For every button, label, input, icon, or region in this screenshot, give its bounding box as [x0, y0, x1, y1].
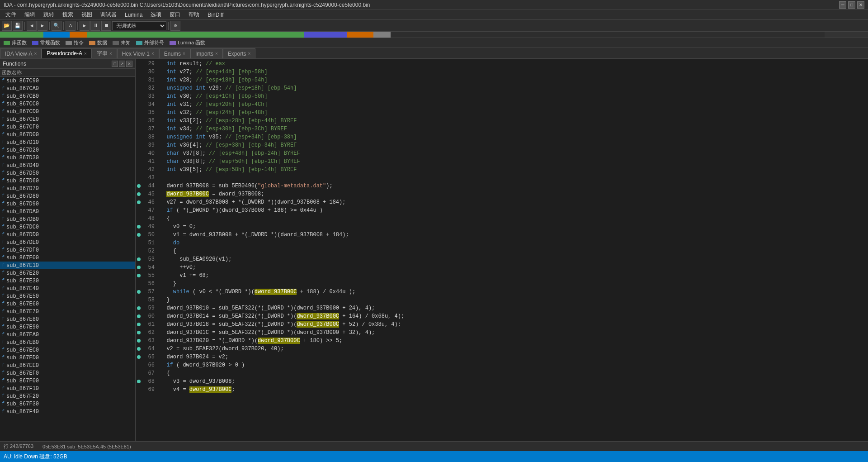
- tab-close-btn[interactable]: ×: [34, 51, 37, 56]
- functions-list-item[interactable]: fsub_867E80: [0, 315, 135, 323]
- functions-list-item[interactable]: fsub_867EC0: [0, 346, 135, 354]
- tab-close-btn[interactable]: ×: [215, 51, 218, 56]
- code-line[interactable]: 29 int result; // eax: [136, 60, 868, 68]
- menu-item-bindiff[interactable]: BinDiff: [204, 11, 227, 19]
- code-line[interactable]: 59 dword_937B010 = sub_5EAF322(*(_DWORD …: [136, 304, 868, 312]
- functions-list-item[interactable]: fsub_867D40: [0, 162, 135, 169]
- code-line[interactable]: 47 if ( *(_DWORD *)(dword_937B008 + 188)…: [136, 206, 868, 214]
- code-line[interactable]: 36 int v33[2]; // [esp+28h] [ebp-44h] BY…: [136, 117, 868, 125]
- tab-hex-view-1[interactable]: Hex View-1×: [117, 48, 159, 58]
- toolbar-a-btn[interactable]: A: [66, 21, 75, 31]
- tab-imports[interactable]: Imports×: [190, 48, 223, 58]
- tab-close-btn[interactable]: ×: [84, 51, 87, 56]
- functions-list-item[interactable]: fsub_867F10: [0, 385, 135, 392]
- functions-close-btn[interactable]: ✕: [126, 61, 132, 67]
- functions-list-item[interactable]: fsub_867D20: [0, 146, 135, 154]
- code-line[interactable]: 38 unsigned int v35; // [esp+34h] [ebp-3…: [136, 133, 868, 141]
- functions-list-item[interactable]: fsub_867DB0: [0, 215, 135, 223]
- code-line[interactable]: 45 dword_937B00C = dword_937B008;: [136, 190, 868, 198]
- functions-list[interactable]: fsub_867C90fsub_867CA0fsub_867CB0fsub_86…: [0, 77, 135, 441]
- toolbar-fwd-btn[interactable]: ▶: [38, 21, 47, 31]
- toolbar-back-btn[interactable]: ◀: [27, 21, 37, 31]
- functions-restore-btn[interactable]: □: [112, 61, 118, 67]
- code-line[interactable]: 31 int v28; // [esp+18h] [ebp-54h]: [136, 76, 868, 84]
- functions-list-item[interactable]: fsub_867CF0: [0, 123, 135, 131]
- code-line[interactable]: 37 int v34; // [esp+30h] [ebp-3Ch] BYREF: [136, 125, 868, 133]
- functions-list-item[interactable]: fsub_867EE0: [0, 362, 135, 369]
- functions-float-btn[interactable]: ↗: [119, 61, 125, 67]
- code-line[interactable]: 30 int v27; // [esp+14h] [ebp-58h]: [136, 68, 868, 76]
- tab-pseudocode-a[interactable]: Pseudocode-A×: [42, 48, 92, 58]
- functions-list-item[interactable]: fsub_867D10: [0, 138, 135, 146]
- code-line[interactable]: 64 v2 = sub_5EAF322(dword_937B020, 40);: [136, 345, 868, 353]
- functions-list-item[interactable]: fsub_867D60: [0, 177, 135, 185]
- code-line[interactable]: 65 dword_937B024 = v2;: [136, 353, 868, 361]
- toolbar-open-btn[interactable]: 📂: [2, 21, 12, 31]
- functions-list-item[interactable]: fsub_867F20: [0, 392, 135, 400]
- functions-list-item[interactable]: fsub_867CB0: [0, 92, 135, 100]
- close-button[interactable]: ✕: [857, 1, 864, 9]
- functions-list-item[interactable]: fsub_867CA0: [0, 85, 135, 92]
- functions-list-item[interactable]: fsub_867E90: [0, 323, 135, 331]
- functions-list-item[interactable]: fsub_867D80: [0, 192, 135, 200]
- functions-list-item[interactable]: fsub_867DE0: [0, 238, 135, 246]
- functions-list-item[interactable]: fsub_867E40: [0, 285, 135, 292]
- code-line[interactable]: 46 v27 = dword_937B008 + *(_DWORD *)(dwo…: [136, 198, 868, 206]
- toolbar-stop-btn[interactable]: ⏹: [101, 21, 111, 31]
- code-line[interactable]: 56 }: [136, 280, 868, 288]
- code-line[interactable]: 41 char v38[8]; // [esp+50h] [ebp-1Ch] B…: [136, 157, 868, 166]
- tab-close-btn[interactable]: ×: [248, 51, 250, 56]
- menu-item-窗口[interactable]: 窗口: [166, 10, 184, 19]
- functions-list-item[interactable]: fsub_867DA0: [0, 208, 135, 215]
- code-line[interactable]: 58 }: [136, 296, 868, 304]
- functions-list-item[interactable]: fsub_867E10: [0, 262, 135, 269]
- tab-exports[interactable]: Exports×: [223, 48, 256, 58]
- functions-list-item[interactable]: fsub_867D30: [0, 154, 135, 162]
- tab-close-btn[interactable]: ×: [151, 51, 154, 56]
- functions-list-item[interactable]: fsub_867CD0: [0, 108, 135, 115]
- menu-item-文件[interactable]: 文件: [2, 10, 20, 19]
- functions-list-item[interactable]: fsub_867E20: [0, 269, 135, 277]
- toolbar-search-btn[interactable]: 🔍: [52, 21, 61, 31]
- code-line[interactable]: 32 unsigned int v29; // [esp+18h] [ebp-5…: [136, 84, 868, 92]
- maximize-button[interactable]: □: [848, 1, 855, 9]
- functions-list-item[interactable]: fsub_867F40: [0, 408, 135, 415]
- functions-list-item[interactable]: fsub_867D90: [0, 200, 135, 208]
- functions-list-item[interactable]: fsub_867D70: [0, 185, 135, 192]
- code-line[interactable]: 57 while ( v0 < *(_DWORD *)(dword_937B00…: [136, 288, 868, 296]
- code-line[interactable]: 49 v0 = 0;: [136, 223, 868, 231]
- minimize-button[interactable]: ─: [839, 1, 846, 9]
- toolbar-settings-btn[interactable]: ⚙: [170, 21, 180, 31]
- functions-list-item[interactable]: fsub_867ED0: [0, 354, 135, 362]
- functions-list-item[interactable]: fsub_867F30: [0, 400, 135, 408]
- functions-list-item[interactable]: fsub_867E60: [0, 300, 135, 308]
- menu-item-调试器[interactable]: 调试器: [97, 10, 120, 19]
- menu-item-lumina[interactable]: Lumina: [121, 11, 146, 19]
- code-line[interactable]: 63 dword_937B020 = *(_DWORD *)(dword_937…: [136, 337, 868, 345]
- tab-close-btn[interactable]: ×: [183, 51, 185, 56]
- functions-list-item[interactable]: fsub_867F00: [0, 377, 135, 385]
- code-content[interactable]: 29 int result; // eax30 int v27; // [esp…: [136, 59, 868, 441]
- code-line[interactable]: 53 sub_5EA0926(v1);: [136, 255, 868, 263]
- functions-list-item[interactable]: fsub_867EA0: [0, 331, 135, 338]
- code-line[interactable]: 66 if ( dword_937B020 > 0 ): [136, 361, 868, 369]
- functions-list-item[interactable]: fsub_867D50: [0, 169, 135, 177]
- code-line[interactable]: 50 v1 = dword_937B008 + *(_DWORD *)(dwor…: [136, 231, 868, 239]
- code-line[interactable]: 54 ++v0;: [136, 263, 868, 271]
- toolbar-run-btn[interactable]: ▶: [80, 21, 90, 31]
- debugger-selector[interactable]: 无调试器: [112, 21, 166, 30]
- functions-list-item[interactable]: fsub_867EF0: [0, 369, 135, 377]
- toolbar-pause-btn[interactable]: ⏸: [90, 21, 100, 31]
- code-line[interactable]: 62 dword_937B01C = sub_5EAF322(*(_DWORD …: [136, 329, 868, 337]
- functions-list-item[interactable]: fsub_867E00: [0, 254, 135, 262]
- tab-close-btn[interactable]: ×: [109, 51, 112, 56]
- functions-list-item[interactable]: fsub_867E50: [0, 292, 135, 300]
- code-line[interactable]: 51 do: [136, 239, 868, 247]
- code-line[interactable]: 69 v4 = dword_937B00C;: [136, 386, 868, 394]
- code-line[interactable]: 67 {: [136, 369, 868, 377]
- tab-strings[interactable]: 字串×: [92, 48, 117, 58]
- code-line[interactable]: 42 int v39[5]; // [esp+58h] [ebp-14h] BY…: [136, 166, 868, 174]
- code-line[interactable]: 34 int v31; // [esp+20h] [ebp-4Ch]: [136, 100, 868, 109]
- toolbar-save-btn[interactable]: 💾: [13, 21, 23, 31]
- code-line[interactable]: 61 dword_937B018 = sub_5EAF322(*(_DWORD …: [136, 320, 868, 329]
